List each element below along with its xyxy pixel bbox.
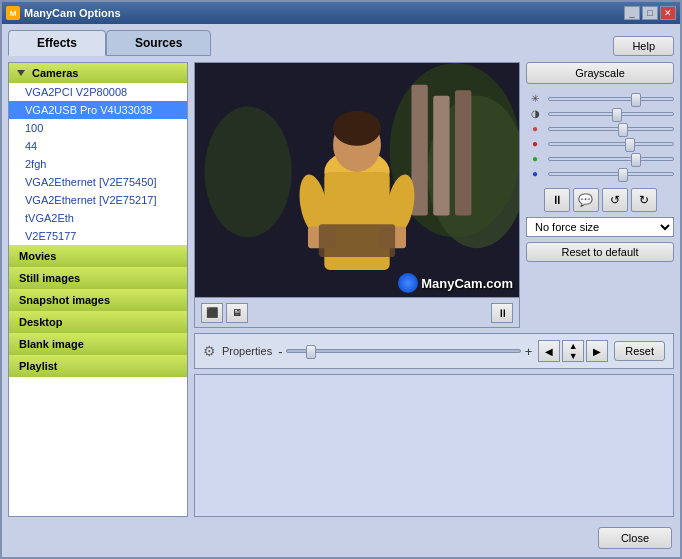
properties-icon: ⚙ xyxy=(203,343,216,359)
title-bar: M ManyCam Options _ □ ✕ xyxy=(2,2,680,24)
camera-item-7[interactable]: tVGA2Eth xyxy=(9,209,187,227)
maximize-button[interactable]: □ xyxy=(642,6,658,20)
blue-icon: ● xyxy=(526,168,544,179)
red-slider-row: ● xyxy=(526,138,674,149)
video-overlay-text: ManyCam.com xyxy=(398,273,513,293)
svg-point-3 xyxy=(205,107,292,238)
camera-item-1[interactable]: VGA2USB Pro V4U33038 xyxy=(9,101,187,119)
prop-arrows: ◀ ▲▼ ▶ xyxy=(538,340,608,362)
force-size-select[interactable]: No force size 640x480 320x240 160x120 xyxy=(526,217,674,237)
reset-default-button[interactable]: Reset to default xyxy=(526,242,674,262)
overlay-text: ManyCam.com xyxy=(421,276,513,291)
svg-rect-6 xyxy=(455,90,471,215)
video-svg xyxy=(195,63,519,297)
effects-icons-row: ⏸ 💬 ↺ ↻ xyxy=(526,188,674,212)
record-button[interactable]: ⬛ xyxy=(201,303,223,323)
title-bar-controls: _ □ ✕ xyxy=(624,6,676,20)
grayscale-button[interactable]: Grayscale xyxy=(526,62,674,84)
minimize-button[interactable]: _ xyxy=(624,6,640,20)
sliders-area: ✳ ◑ xyxy=(526,89,674,183)
help-button[interactable]: Help xyxy=(613,36,674,56)
svg-point-10 xyxy=(333,111,381,146)
playlist-section[interactable]: Playlist xyxy=(9,355,187,377)
properties-reset-button[interactable]: Reset xyxy=(614,341,665,361)
green-icon: ● xyxy=(526,153,544,164)
properties-bar: ⚙ Properties - + ◀ ▲▼ ▶ Reset xyxy=(194,333,674,369)
contrast-icon: ◑ xyxy=(526,108,544,119)
right-panel: ManyCam.com ⬛ 🖥 ⏸ Grays xyxy=(194,62,674,517)
contrast-slider[interactable] xyxy=(548,112,674,116)
bubble-button[interactable]: 💬 xyxy=(573,188,599,212)
green-slider[interactable] xyxy=(548,157,674,161)
svg-rect-15 xyxy=(319,224,395,257)
snapshot-images-section[interactable]: Snapshot images xyxy=(9,289,187,311)
move-up-button[interactable]: ▲▼ xyxy=(562,340,584,362)
red-icon: ● xyxy=(526,138,544,149)
saturation-slider[interactable] xyxy=(548,127,674,131)
camera-item-5[interactable]: VGA2Ethernet [V2E75450] xyxy=(9,173,187,191)
camera-item-2[interactable]: 100 xyxy=(9,119,187,137)
undo-button[interactable]: ↺ xyxy=(602,188,628,212)
cameras-label: Cameras xyxy=(32,67,78,79)
window-content: Effects Sources Help Cameras VGA2PCI V2P… xyxy=(2,24,680,557)
camera-item-6[interactable]: VGA2Ethernet [V2E75217] xyxy=(9,191,187,209)
footer: Close xyxy=(8,523,674,551)
cameras-collapse-icon xyxy=(17,70,25,76)
effects-panel: Grayscale ✳ ◑ xyxy=(526,62,674,328)
tabs-row: Effects Sources Help xyxy=(8,30,674,56)
video-area: ManyCam.com ⬛ 🖥 ⏸ xyxy=(194,62,520,328)
video-bottom-bar: ⬛ 🖥 ⏸ xyxy=(195,297,519,327)
video-frame: ManyCam.com xyxy=(195,63,519,297)
snapshot-button[interactable]: 🖥 xyxy=(226,303,248,323)
camera-list: VGA2PCI V2P80008 VGA2USB Pro V4U33038 10… xyxy=(9,83,187,245)
redo-button[interactable]: ↻ xyxy=(631,188,657,212)
movies-section[interactable]: Movies xyxy=(9,245,187,267)
tab-sources[interactable]: Sources xyxy=(106,30,211,56)
slider-minus-button[interactable]: - xyxy=(278,344,282,359)
contrast-slider-row: ◑ xyxy=(526,108,674,119)
properties-slider-area: - + xyxy=(278,344,532,359)
close-button[interactable]: Close xyxy=(598,527,672,549)
brightness-slider-row: ✳ xyxy=(526,93,674,104)
camera-item-0[interactable]: VGA2PCI V2P80008 xyxy=(9,83,187,101)
slider-plus-button[interactable]: + xyxy=(525,344,533,359)
camera-item-4[interactable]: 2fgh xyxy=(9,155,187,173)
saturation-slider-row: ● xyxy=(526,123,674,134)
left-panel: Cameras VGA2PCI V2P80008 VGA2USB Pro V4U… xyxy=(8,62,188,517)
title-bar-text: M ManyCam Options xyxy=(6,6,121,20)
tabs: Effects Sources xyxy=(8,30,211,56)
main-area: Cameras VGA2PCI V2P80008 VGA2USB Pro V4U… xyxy=(8,62,674,517)
window-close-button[interactable]: ✕ xyxy=(660,6,676,20)
blue-slider-row: ● xyxy=(526,168,674,179)
red-slider[interactable] xyxy=(548,142,674,146)
brightness-slider[interactable] xyxy=(548,97,674,101)
still-images-section[interactable]: Still images xyxy=(9,267,187,289)
blank-image-section[interactable]: Blank image xyxy=(9,333,187,355)
brightness-icon: ✳ xyxy=(526,93,544,104)
camera-item-3[interactable]: 44 xyxy=(9,137,187,155)
svg-rect-5 xyxy=(433,96,449,216)
window-title: ManyCam Options xyxy=(24,7,121,19)
manycam-logo-dot xyxy=(398,273,418,293)
pause-effect-button[interactable]: ⏸ xyxy=(544,188,570,212)
video-background xyxy=(195,63,519,297)
app-icon: M xyxy=(6,6,20,20)
blue-slider[interactable] xyxy=(548,172,674,176)
main-window: M ManyCam Options _ □ ✕ Effects Sources … xyxy=(0,0,682,559)
video-bottom-left: ⬛ 🖥 xyxy=(201,303,248,323)
green-slider-row: ● xyxy=(526,153,674,164)
properties-label: Properties xyxy=(222,345,272,357)
saturation-icon: ● xyxy=(526,123,544,134)
camera-item-8[interactable]: V2E75177 xyxy=(9,227,187,245)
bottom-content-area xyxy=(194,374,674,517)
cameras-header[interactable]: Cameras xyxy=(9,63,187,83)
desktop-section[interactable]: Desktop xyxy=(9,311,187,333)
pause-button[interactable]: ⏸ xyxy=(491,303,513,323)
tab-effects[interactable]: Effects xyxy=(8,30,106,56)
properties-slider[interactable] xyxy=(286,349,520,353)
video-controls-row: ManyCam.com ⬛ 🖥 ⏸ Grays xyxy=(194,62,674,328)
move-right-button[interactable]: ▶ xyxy=(586,340,608,362)
move-left-button[interactable]: ◀ xyxy=(538,340,560,362)
